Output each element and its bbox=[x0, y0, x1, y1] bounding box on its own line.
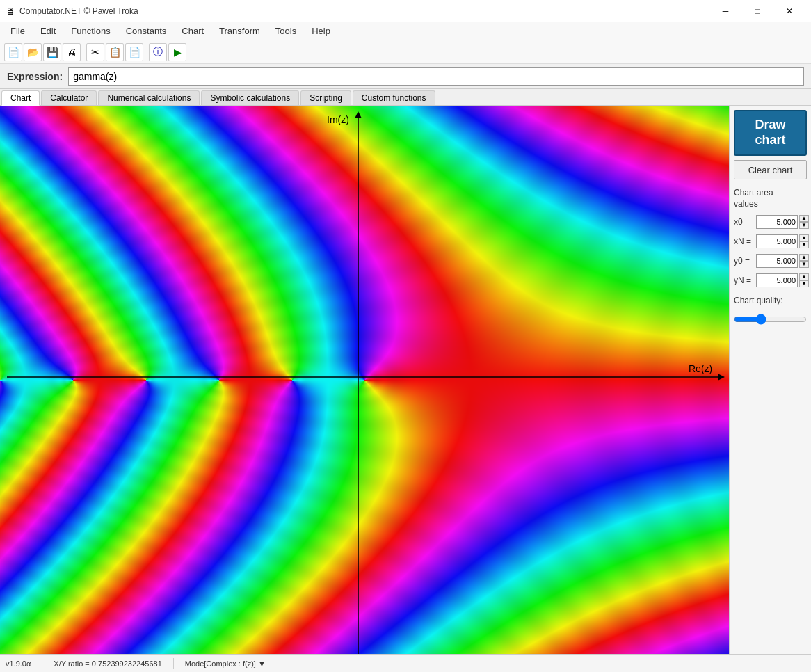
run-button[interactable]: ▶ bbox=[168, 43, 186, 61]
quality-label: Chart quality: bbox=[734, 296, 807, 305]
titlebar: 🖥 Computator.NET © Pawel Troka ─ □ ✕ bbox=[0, 0, 811, 22]
x0-spin: ▲ ▼ bbox=[799, 215, 809, 229]
domain-coloring-canvas bbox=[0, 106, 729, 654]
x0-down[interactable]: ▼ bbox=[799, 222, 809, 229]
tab-chart[interactable]: Chart bbox=[1, 90, 40, 106]
ratio-label: X/Y ratio = 0.752399232245681 bbox=[54, 659, 161, 668]
version-label: v1.9.0α bbox=[6, 659, 31, 668]
draw-chart-button[interactable]: Drawchart bbox=[734, 110, 807, 156]
info-button[interactable]: ⓘ bbox=[149, 43, 167, 61]
quality-slider[interactable] bbox=[734, 312, 807, 326]
expression-input[interactable] bbox=[68, 67, 804, 86]
tab-symbolic[interactable]: Symbolic calculations bbox=[201, 90, 299, 105]
menu-constants[interactable]: Constants bbox=[118, 23, 175, 39]
mode-label[interactable]: Mode[Complex : f(z)] ▼ bbox=[185, 659, 266, 668]
chart-area-label: Chart areavalues bbox=[734, 188, 807, 209]
yN-up[interactable]: ▲ bbox=[799, 273, 809, 280]
yN-input[interactable] bbox=[756, 273, 798, 287]
window-controls: ─ □ ✕ bbox=[709, 0, 805, 22]
xN-row: xN = ▲ ▼ bbox=[734, 234, 807, 248]
y0-up[interactable]: ▲ bbox=[799, 254, 809, 261]
yN-row: yN = ▲ ▼ bbox=[734, 273, 807, 287]
x0-up[interactable]: ▲ bbox=[799, 215, 809, 222]
x0-input[interactable] bbox=[756, 215, 798, 229]
yN-down[interactable]: ▼ bbox=[799, 280, 809, 287]
menu-tools[interactable]: Tools bbox=[268, 23, 304, 39]
tabs: Chart Calculator Numerical calculations … bbox=[0, 89, 811, 106]
minimize-button[interactable]: ─ bbox=[709, 0, 741, 22]
tab-scripting[interactable]: Scripting bbox=[300, 90, 351, 105]
clear-chart-button[interactable]: Clear chart bbox=[734, 160, 807, 179]
chart-area: Im(z) Re(z) bbox=[0, 106, 729, 654]
y0-input[interactable] bbox=[756, 254, 798, 268]
status-sep-2 bbox=[173, 658, 174, 669]
x0-label: x0 = bbox=[734, 217, 755, 227]
app-icon: 🖥 bbox=[6, 6, 15, 17]
tab-calculator[interactable]: Calculator bbox=[41, 90, 97, 105]
right-panel: Drawchart Clear chart Chart areavalues x… bbox=[729, 106, 811, 654]
menu-functions[interactable]: Functions bbox=[63, 23, 118, 39]
menu-chart[interactable]: Chart bbox=[174, 23, 211, 39]
app-title: Computator.NET © Pawel Troka bbox=[19, 6, 709, 16]
tab-custom[interactable]: Custom functions bbox=[353, 90, 435, 105]
print-button[interactable]: 🖨 bbox=[63, 43, 81, 61]
y0-down[interactable]: ▼ bbox=[799, 261, 809, 268]
open-button[interactable]: 📂 bbox=[24, 43, 42, 61]
tab-numerical[interactable]: Numerical calculations bbox=[98, 90, 200, 105]
xN-up[interactable]: ▲ bbox=[799, 234, 809, 241]
paste-button[interactable]: 📄 bbox=[125, 43, 143, 61]
menu-edit[interactable]: Edit bbox=[33, 23, 63, 39]
menu-transform[interactable]: Transform bbox=[211, 23, 268, 39]
xN-label: xN = bbox=[734, 237, 755, 246]
cut-button[interactable]: ✂ bbox=[86, 43, 104, 61]
expression-bar: Expression: bbox=[0, 64, 811, 89]
close-button[interactable]: ✕ bbox=[773, 0, 805, 22]
new-button[interactable]: 📄 bbox=[4, 43, 22, 61]
menu-help[interactable]: Help bbox=[304, 23, 338, 39]
statusbar: v1.9.0α X/Y ratio = 0.752399232245681 Mo… bbox=[0, 654, 811, 672]
copy-button[interactable]: 📋 bbox=[106, 43, 124, 61]
yN-label: yN = bbox=[734, 275, 755, 285]
status-sep-1 bbox=[42, 658, 42, 669]
maximize-button[interactable]: □ bbox=[741, 0, 773, 22]
main-content: Im(z) Re(z) Drawchart Clear chart Chart … bbox=[0, 106, 811, 654]
toolbar: 📄 📂 💾 🖨 ✂ 📋 📄 ⓘ ▶ bbox=[0, 40, 811, 64]
menu-file[interactable]: File bbox=[3, 23, 33, 39]
xN-down[interactable]: ▼ bbox=[799, 241, 809, 248]
menubar: File Edit Functions Constants Chart Tran… bbox=[0, 22, 811, 40]
xN-input[interactable] bbox=[756, 234, 798, 248]
xN-spin: ▲ ▼ bbox=[799, 234, 809, 248]
x0-row: x0 = ▲ ▼ bbox=[734, 215, 807, 229]
y0-label: y0 = bbox=[734, 256, 755, 266]
yN-spin: ▲ ▼ bbox=[799, 273, 809, 287]
y0-spin: ▲ ▼ bbox=[799, 254, 809, 268]
save-button[interactable]: 💾 bbox=[43, 43, 61, 61]
expression-label: Expression: bbox=[7, 71, 63, 82]
y0-row: y0 = ▲ ▼ bbox=[734, 254, 807, 268]
